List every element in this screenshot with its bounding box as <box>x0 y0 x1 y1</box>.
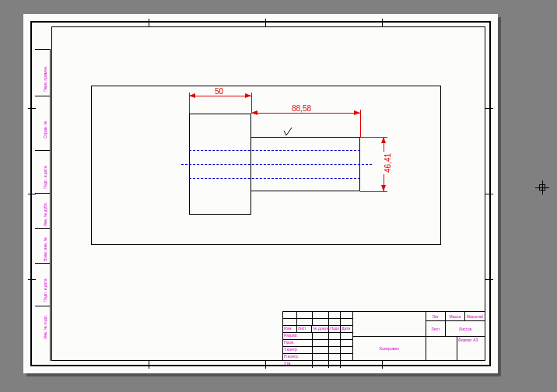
tb-label: Копировал <box>353 337 426 361</box>
tb-label: Подп. <box>329 326 341 332</box>
surface-finish-icon <box>282 126 293 137</box>
tb-label: Т.контр. <box>283 347 313 353</box>
tb-label: Дата <box>341 326 352 332</box>
title-block-revisions: Изм Лист № докум. Подп. Дата Разраб. Про… <box>283 312 353 360</box>
tb-label: Утв. <box>283 361 313 368</box>
title-block-right: Лит. Масса Масштаб Лист Листов Формат А3 <box>426 312 485 360</box>
extension-line <box>360 191 387 192</box>
dimension-value: 88,58 <box>290 104 313 113</box>
tb-label: Масса <box>446 312 465 320</box>
tb-label: Н.контр. <box>283 354 313 360</box>
inner-frame: 50 88,58 46,41 Изм Лист <box>51 26 485 361</box>
centerline <box>181 164 372 165</box>
tb-label: № докум. <box>312 326 329 332</box>
tb-label: Изм <box>283 326 297 332</box>
hidden-line <box>189 178 360 179</box>
viewport[interactable]: 50 88,58 46,41 <box>91 86 441 245</box>
hidden-line <box>189 150 360 151</box>
side-label: Подп. и дата <box>43 166 47 189</box>
tb-label: Формат А3 <box>457 337 485 361</box>
side-label: Подп. и дата <box>43 279 47 302</box>
dimension-line <box>189 96 251 96</box>
dimension-value: 50 <box>213 87 225 96</box>
tb-label: Лит. <box>426 312 446 320</box>
tb-label: Пров. <box>283 340 313 346</box>
tb-label: Лист <box>426 321 446 336</box>
side-label: Перв. примен. <box>43 66 47 92</box>
title-block: Изм Лист № докум. Подп. Дата Разраб. Про… <box>282 311 485 360</box>
side-label: Взам. инв. № <box>43 237 47 261</box>
tb-label: Масштаб <box>465 312 485 320</box>
drawing-paper: Перв. примен. Справ. № Подп. и дата Инв.… <box>23 14 498 373</box>
binding-margin-stamps: Перв. примен. Справ. № Подп. и дата Инв.… <box>35 49 51 361</box>
tb-label: Лист <box>297 326 313 332</box>
extension-line <box>360 110 361 137</box>
side-label: Инв. № подл. <box>43 315 47 339</box>
tb-label: Разраб. <box>283 333 313 339</box>
title-block-center: Копировал <box>353 312 426 360</box>
ucs-icon[interactable] <box>535 180 549 194</box>
dimension-value: 46,41 <box>384 152 392 174</box>
side-label: Справ. № <box>43 121 47 138</box>
dimension-line <box>251 113 360 114</box>
tb-label: Листов <box>446 321 485 336</box>
side-label: Инв. № дубл. <box>43 202 47 226</box>
